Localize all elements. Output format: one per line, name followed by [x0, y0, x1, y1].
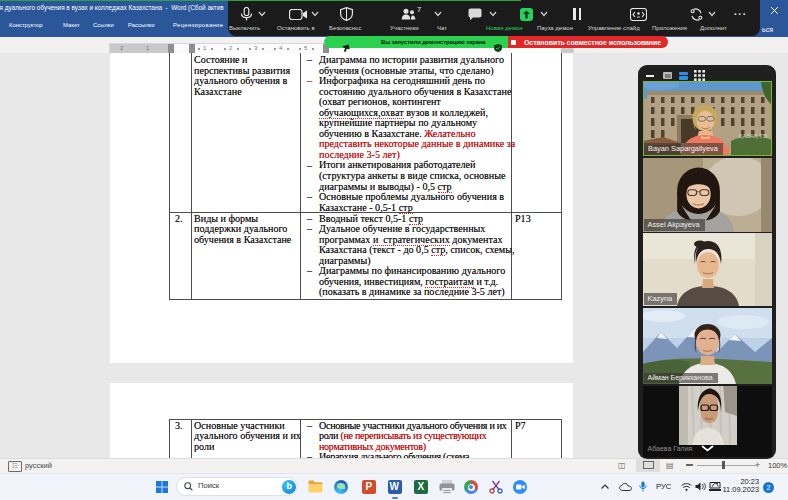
svg-text:ҚАЗАҚ ТВ: ҚАЗАҚ ТВ [739, 133, 767, 139]
